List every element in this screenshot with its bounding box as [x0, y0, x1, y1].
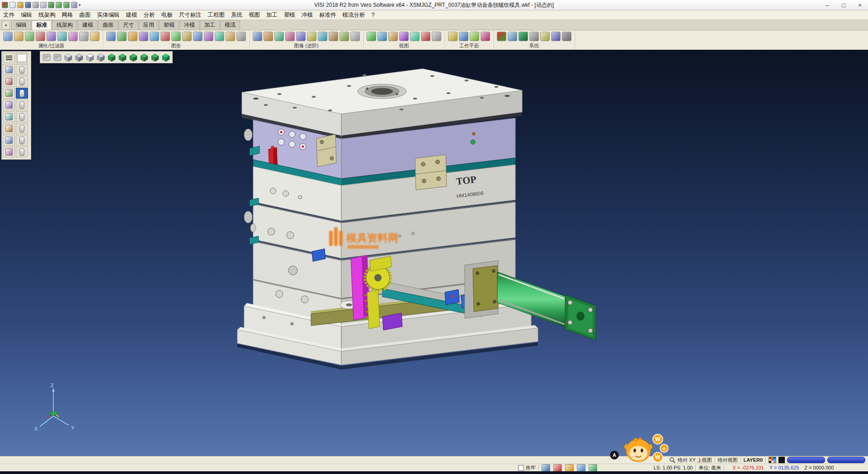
menu-item[interactable]: ?	[368, 11, 378, 19]
ribbon-tool-icon[interactable]	[14, 32, 24, 41]
ribbon-tool-icon[interactable]	[340, 32, 349, 41]
tab-建模[interactable]: 建模	[78, 20, 98, 30]
ribbon-tool-icon[interactable]	[106, 32, 116, 41]
ribbon-tool-icon[interactable]	[193, 32, 203, 41]
ribbon-tool-icon[interactable]	[481, 32, 490, 41]
menu-item[interactable]: 编辑	[18, 10, 35, 20]
palette-toggle-icon[interactable]	[16, 100, 28, 110]
ribbon-tool-icon[interactable]	[25, 32, 34, 41]
view-mode-label[interactable]: 绝对 XY 上视图	[678, 457, 712, 464]
edit-icon[interactable]	[589, 464, 597, 472]
ribbon-tool-icon[interactable]	[160, 32, 170, 41]
ribbon-tool-icon[interactable]	[459, 32, 468, 41]
ribbon-tool-icon[interactable]	[215, 32, 224, 41]
view-panel-icon[interactable]	[52, 52, 62, 62]
ribbon-tool-icon[interactable]	[150, 32, 159, 41]
help-icon[interactable]	[71, 2, 77, 8]
menu-item[interactable]: 工程图	[205, 10, 228, 20]
ribbon-tool-icon[interactable]	[204, 32, 213, 41]
lock-label[interactable]: 拴牢	[526, 465, 536, 471]
absolute-view-label[interactable]: 绝对视图	[718, 457, 738, 464]
ribbon-tool-icon[interactable]	[540, 32, 550, 41]
tab-应用[interactable]: 应用	[139, 20, 159, 30]
ribbon-tool-icon[interactable]	[350, 32, 360, 41]
ribbon-tool-icon[interactable]	[448, 32, 458, 41]
redo-icon[interactable]	[56, 2, 62, 8]
menu-item[interactable]: 系统	[228, 10, 245, 20]
ribbon-tool-icon[interactable]	[432, 32, 441, 41]
zoom-icon[interactable]	[669, 457, 675, 463]
menu-item[interactable]: 尺寸标注	[176, 10, 205, 20]
palette-toggle-icon[interactable]	[16, 135, 28, 146]
units-indicator[interactable]: 单位: 毫米	[698, 465, 721, 471]
viewport-3d-scene[interactable]: TOP HM1408609	[0, 50, 868, 456]
ribbon-tool-icon[interactable]	[117, 32, 127, 41]
palette-toggle-icon[interactable]	[16, 123, 28, 134]
ribbon-tool-icon[interactable]	[90, 32, 99, 41]
ribbon-tool-icon[interactable]	[421, 32, 430, 41]
ribbon-tool-icon[interactable]	[253, 32, 262, 41]
ribbon-tool-icon[interactable]	[508, 32, 517, 41]
ribbon-tool-icon[interactable]	[57, 32, 67, 41]
new-file-icon[interactable]	[9, 2, 16, 8]
tab-尺寸[interactable]: 尺寸	[118, 20, 138, 30]
view-cube-icon[interactable]	[107, 52, 117, 62]
ribbon-tool-icon[interactable]	[318, 32, 327, 41]
view-panel-icon[interactable]	[42, 52, 52, 62]
menu-item[interactable]: 电极	[158, 10, 176, 20]
menu-item[interactable]: 线架构	[35, 10, 59, 20]
view-cube-icon[interactable]	[96, 52, 106, 62]
view-cube-icon[interactable]	[139, 52, 149, 62]
palette-tool-icon[interactable]	[3, 100, 15, 110]
ribbon-tool-icon[interactable]	[36, 32, 45, 41]
menu-item[interactable]: 文件	[0, 10, 18, 20]
undo-icon[interactable]	[48, 2, 54, 8]
close-button[interactable]: ×	[852, 0, 868, 10]
ribbon-tool-icon[interactable]	[3, 32, 13, 41]
menu-item[interactable]: 标准件	[316, 10, 340, 20]
ribbon-tool-icon[interactable]	[307, 32, 316, 41]
tab-标准[interactable]: 标准	[32, 20, 52, 30]
flag-icon[interactable]	[553, 464, 562, 472]
ribbon-tool-icon[interactable]	[264, 32, 273, 41]
tab-dropdown-caret[interactable]: ▾	[2, 21, 10, 29]
ribbon-tool-icon[interactable]	[377, 32, 387, 41]
ribbon-tool-icon[interactable]	[367, 32, 376, 41]
view-cube-icon[interactable]	[150, 52, 160, 62]
layer-indicator[interactable]: LAYER0	[744, 457, 763, 463]
screen-pick-icon[interactable]	[542, 464, 550, 472]
palette-tool-icon[interactable]	[3, 147, 15, 157]
tab-线架构[interactable]: 线架构	[52, 20, 77, 30]
note-icon[interactable]	[577, 464, 585, 472]
ribbon-tool-icon[interactable]	[171, 32, 181, 41]
ribbon-tool-icon[interactable]	[410, 32, 420, 41]
ribbon-tool-icon[interactable]	[236, 32, 246, 41]
tab-冲模[interactable]: 冲模	[179, 20, 199, 30]
copy-icon[interactable]	[40, 2, 47, 8]
ribbon-tool-icon[interactable]	[470, 32, 479, 41]
ribbon-tool-icon[interactable]	[551, 32, 561, 41]
ribbon-tool-icon[interactable]	[562, 32, 571, 41]
ribbon-tool-icon[interactable]	[296, 32, 306, 41]
tab-塑模[interactable]: 塑模	[159, 20, 179, 30]
palette-toggle-icon[interactable]	[16, 76, 28, 87]
menu-item[interactable]: 实体编辑	[94, 10, 123, 20]
cart-icon[interactable]	[565, 464, 574, 472]
minimize-button[interactable]: –	[819, 0, 835, 10]
view-cube-icon[interactable]	[118, 52, 127, 62]
tab-模流[interactable]: 模流	[220, 20, 240, 30]
menu-item[interactable]: 视图	[245, 10, 263, 20]
palette-tool-icon[interactable]	[3, 111, 15, 122]
palette-blank-button[interactable]	[16, 52, 28, 63]
menu-item[interactable]: 网格	[59, 10, 76, 20]
palette-tool-icon[interactable]	[3, 76, 15, 87]
palette-tool-icon[interactable]	[3, 135, 15, 146]
ribbon-tool-icon[interactable]	[519, 32, 528, 41]
graphics-viewport[interactable]: TOP HM1408609	[0, 50, 868, 456]
view-cube-icon[interactable]	[128, 52, 138, 62]
ribbon-tool-icon[interactable]	[285, 32, 295, 41]
ribbon-tool-icon[interactable]	[226, 32, 235, 41]
ribbon-tool-icon[interactable]	[329, 32, 338, 41]
ribbon-tool-icon[interactable]	[182, 32, 192, 41]
palette-toggle-icon[interactable]	[16, 88, 28, 99]
